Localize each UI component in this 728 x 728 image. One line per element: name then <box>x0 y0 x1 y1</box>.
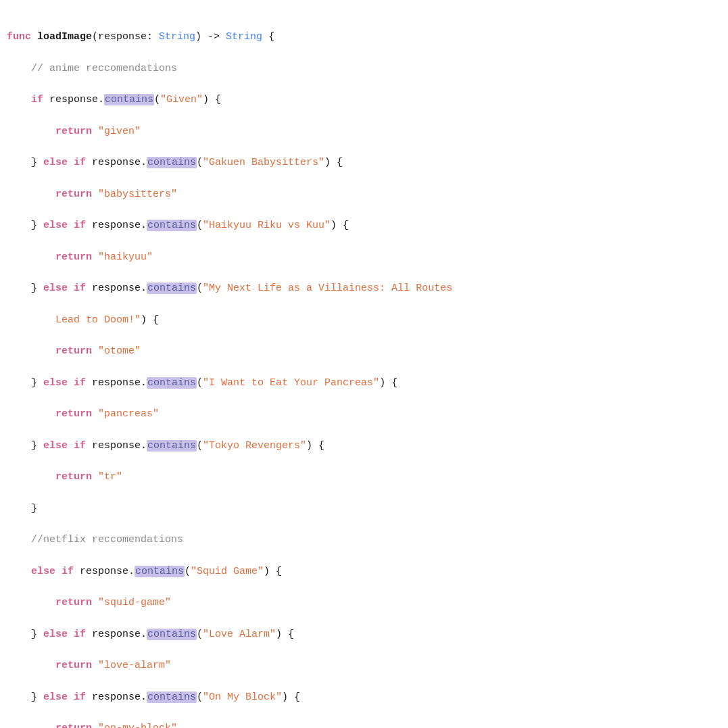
method-contains-6: contains <box>147 440 197 452</box>
line-6: return "babysitters" <box>7 187 721 202</box>
line-17: //netflix reccomendations <box>7 532 721 548</box>
line-7: } else if response.contains("Haikyuu Rik… <box>7 218 721 233</box>
string-love-alarm: "Love Alarm" <box>203 629 276 640</box>
keyword-return-4: return <box>55 345 92 357</box>
line-13: return "pancreas" <box>7 406 721 422</box>
string-on-my-block-val: "on-my-block" <box>98 723 177 728</box>
line-19: return "squid-game" <box>7 595 721 610</box>
keyword-else-6: else if <box>31 566 74 577</box>
string-pancreas: "I Want to Eat Your Pancreas" <box>203 377 379 389</box>
method-contains-9: contains <box>147 691 197 703</box>
line-1: func loadImage(response: String) -> Stri… <box>7 29 721 45</box>
string-haikyuu: "Haikyuu Riku vs Kuu" <box>203 220 331 231</box>
string-babysitters: "Gakuen Babysitters" <box>203 157 324 168</box>
keyword-func: func <box>7 31 31 43</box>
string-tr-val: "tr" <box>98 471 122 483</box>
method-contains-7: contains <box>135 566 185 577</box>
line-12: } else if response.contains("I Want to E… <box>7 375 721 391</box>
keyword-return-8: return <box>55 660 92 671</box>
method-contains-8: contains <box>147 629 197 640</box>
string-babysitters-val: "babysitters" <box>98 189 177 200</box>
method-contains-5: contains <box>147 377 197 389</box>
string-pancreas-val: "pancreas" <box>98 408 159 420</box>
method-contains-1: contains <box>104 94 154 105</box>
string-doom: Lead to Doom!" <box>55 314 141 326</box>
keyword-return-5: return <box>55 408 92 420</box>
string-love-alarm-val: "love-alarm" <box>98 660 171 671</box>
keyword-return-7: return <box>55 597 92 608</box>
line-14: } else if response.contains("Tokyo Reven… <box>7 438 721 454</box>
line-10: Lead to Doom!") { <box>7 312 721 328</box>
keyword-else-7: else if <box>43 629 86 640</box>
keyword-else-2: else if <box>43 220 86 231</box>
string-given-val: "given" <box>98 126 141 137</box>
line-3: if response.contains("Given") { <box>7 92 721 107</box>
method-contains-2: contains <box>147 157 197 168</box>
keyword-return-6: return <box>55 471 92 483</box>
string-given: "Given" <box>160 94 203 105</box>
string-otome-val: "otome" <box>98 345 141 357</box>
param-close: ) -> <box>195 31 226 43</box>
params: (response: <box>92 31 159 43</box>
keyword-else-3: else if <box>43 283 86 294</box>
line-2: // anime reccomendations <box>7 61 721 76</box>
string-villainess: "My Next Life as a Villainess: All Route… <box>203 283 452 294</box>
string-haikyuu-val: "haikyuu" <box>98 251 153 263</box>
string-squid: "Squid Game" <box>191 566 264 577</box>
line-15: return "tr" <box>7 469 721 485</box>
keyword-else-1: else if <box>43 157 86 168</box>
keyword-else-5: else if <box>43 440 86 452</box>
return-type: String <box>226 31 262 43</box>
function-name: loadImage <box>37 31 92 43</box>
type-string: String <box>159 31 195 43</box>
line-20: } else if response.contains("Love Alarm"… <box>7 627 721 642</box>
keyword-return-2: return <box>55 189 92 200</box>
line-22: } else if response.contains("On My Block… <box>7 689 721 705</box>
line-18: else if response.contains("Squid Game") … <box>7 564 721 579</box>
keyword-else-4: else if <box>43 377 86 389</box>
string-squid-val: "squid-game" <box>98 597 171 608</box>
line-16: } <box>7 501 721 516</box>
comment-anime: // anime reccomendations <box>31 63 177 74</box>
code-editor: func loadImage(response: String) -> Stri… <box>7 14 721 728</box>
line-5: } else if response.contains("Gakuen Baby… <box>7 155 721 170</box>
keyword-return-3: return <box>55 251 92 263</box>
line-23: return "on-my-block" <box>7 721 721 728</box>
string-on-my-block: "On My Block" <box>203 691 282 703</box>
string-tokyo: "Tokyo Revengers" <box>203 440 306 452</box>
keyword-return-1: return <box>55 126 92 137</box>
keyword-if: if <box>31 94 43 105</box>
comment-netflix: //netflix reccomendations <box>31 534 183 545</box>
line-4: return "given" <box>7 124 721 139</box>
line-9: } else if response.contains("My Next Lif… <box>7 281 721 296</box>
line-21: return "love-alarm" <box>7 658 721 673</box>
keyword-return-9: return <box>55 723 92 728</box>
line-8: return "haikyuu" <box>7 249 721 265</box>
open-brace: { <box>262 31 274 43</box>
method-contains-4: contains <box>147 283 197 294</box>
line-11: return "otome" <box>7 343 721 359</box>
keyword-else-8: else if <box>43 691 86 703</box>
method-contains-3: contains <box>147 220 197 231</box>
